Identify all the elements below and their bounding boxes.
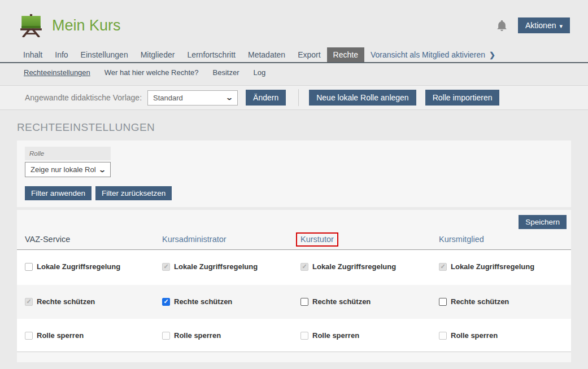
subtab-wer-hat-hier-welche-rechte[interactable]: Wer hat hier welche Rechte? [104,68,199,77]
tab-voransicht-als-mitglied-aktivieren[interactable]: Voransicht als Mitglied aktivieren❯ [364,47,502,62]
highlighted-column-label[interactable]: Kurstutor [296,232,338,247]
checkbox[interactable] [439,332,447,340]
import-role-button[interactable]: Rolle importieren [425,90,500,106]
permission-cell: Lokale Zugriffsregelung [439,250,563,271]
checkbox[interactable] [300,332,308,340]
checkbox-label: Lokale Zugriffsregelung [174,262,258,271]
permission-rows: Lokale ZugriffsregelungLokale Zugriffsre… [17,250,571,352]
checkbox [300,263,308,271]
actions-button[interactable]: Aktionen▾ [518,17,570,33]
subtab-bar: RechteeinstellungenWer hat hier welche R… [0,63,588,83]
role-filter-label: Rolle [25,147,111,160]
header: Mein Kurs Aktionen▾ [0,0,588,47]
subtab-log[interactable]: Log [253,68,265,77]
permission-cell: Rechte schützen [300,285,439,306]
chevron-down-icon: ⌄ [98,166,106,174]
checkbox-label: Rechte schützen [174,297,232,306]
checkbox-label: Rolle sperren [451,331,498,340]
checkbox [439,263,447,271]
filter-panel: Rolle Zeige nur lokale Rol ⌄ Filter anwe… [17,140,571,207]
chevron-down-icon: ⌄ [225,94,233,102]
checkbox-label: Rolle sperren [174,331,221,340]
page-title: Mein Kurs [52,17,121,34]
column-label[interactable]: Kursadministrator [162,235,227,244]
table-row-rechte-sch-tzen: Rechte schützenRechte schützenRechte sch… [17,285,571,319]
checkbox[interactable] [25,332,33,340]
permission-cell: Rechte schützen [162,285,300,306]
permission-cell: Rolle sperren [162,319,300,340]
permissions-table: Speichern VAZ-ServiceKursadministratorKu… [17,210,571,362]
tab-export[interactable]: Export [291,47,326,62]
checkbox-label: Rolle sperren [37,331,84,340]
actions-button-label: Aktionen [525,21,556,30]
template-label: Angewandte didaktische Vorlage: [25,93,142,102]
template-select-value: Standard [153,94,183,102]
checkbox[interactable] [162,332,170,340]
column-header-vaz-service: VAZ-Service [25,235,162,244]
permission-cell: Rolle sperren [300,319,439,340]
checkbox-label: Lokale Zugriffsregelung [451,262,534,271]
table-row-rolle-sperren: Rolle sperrenRolle sperrenRolle sperrenR… [17,319,571,352]
tab-einstellungen[interactable]: Einstellungen [75,47,134,62]
section-heading: RECHTEEINSTELLUNGEN [17,121,588,134]
checkbox[interactable] [162,298,170,306]
chevron-right-icon: ❯ [489,51,495,59]
filter-reset-button[interactable]: Filter zurücksetzen [95,186,172,200]
column-label: VAZ-Service [25,235,70,244]
checkbox-label: Rechte schützen [451,297,509,306]
permission-cell: Lokale Zugriffsregelung [25,250,162,271]
role-filter-select[interactable]: Zeige nur lokale Rol ⌄ [25,162,111,177]
permission-cell: Lokale Zugriffsregelung [300,250,439,271]
new-local-role-button[interactable]: Neue lokale Rolle anlegen [309,90,416,106]
subtab-rechteeinstellungen[interactable]: Rechteeinstellungen [24,68,90,77]
subtab-besitzer[interactable]: Besitzer [213,68,239,77]
column-header-kursadministrator[interactable]: Kursadministrator [162,235,300,244]
checkbox[interactable] [25,263,33,271]
checkbox-label: Lokale Zugriffsregelung [312,262,396,271]
checkbox-label: Lokale Zugriffsregelung [37,262,120,271]
checkbox-label: Rechte schützen [37,297,95,306]
bell-icon[interactable] [497,20,507,31]
checkbox-label: Rolle sperren [312,331,359,340]
permission-cell: Rechte schützen [25,285,162,306]
column-label[interactable]: Kursmitglied [439,235,484,244]
change-template-button[interactable]: Ändern [246,90,286,106]
tab-info[interactable]: Info [49,47,74,62]
tab-rechte[interactable]: Rechte [327,47,364,62]
template-select[interactable]: Standard ⌄ [147,90,238,106]
checkbox-label: Rechte schützen [312,297,371,306]
permission-cell: Rolle sperren [439,319,563,340]
permission-cell: Lokale Zugriffsregelung [162,250,300,271]
checkbox[interactable] [300,298,308,306]
tab-metadaten[interactable]: Metadaten [242,47,291,62]
tab-inhalt[interactable]: Inhalt [17,47,49,62]
filter-apply-button[interactable]: Filter anwenden [25,186,92,200]
column-header-row: VAZ-ServiceKursadministratorKurstutorKur… [17,229,571,250]
save-button[interactable]: Speichern [519,215,567,229]
checkbox [25,298,33,306]
role-filter-select-value: Zeige nur lokale Rol [31,165,96,174]
easel-icon [19,14,43,37]
chevron-down-icon: ▾ [559,23,563,29]
column-header-kurstutor[interactable]: Kurstutor [300,235,439,244]
column-header-kursmitglied[interactable]: Kursmitglied [439,235,563,244]
checkbox[interactable] [439,298,447,306]
table-row-lokale-zugriffsregelung: Lokale ZugriffsregelungLokale Zugriffsre… [17,250,571,285]
tab-bar: InhaltInfoEinstellungenMitgliederLernfor… [0,47,588,63]
permission-cell: Rolle sperren [25,319,162,340]
permission-cell: Rechte schützen [439,285,563,306]
checkbox [162,263,170,271]
toolbar-divider [298,89,299,106]
tab-mitglieder[interactable]: Mitglieder [134,47,181,62]
template-toolbar: Angewandte didaktische Vorlage: Standard… [0,85,588,110]
tab-lernfortschritt[interactable]: Lernfortschritt [181,47,242,62]
